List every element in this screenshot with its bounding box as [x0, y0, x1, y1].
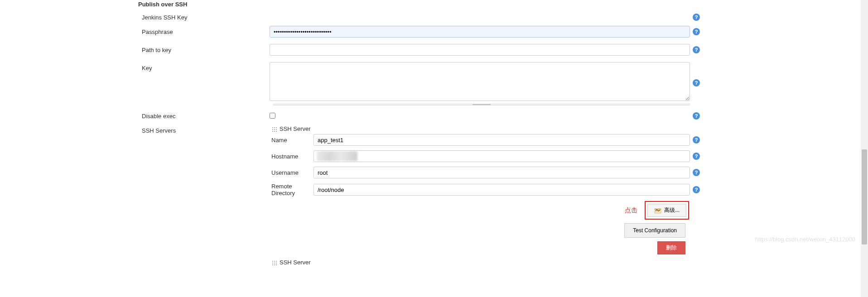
ssh-servers-label: SSH Servers — [138, 125, 270, 134]
jenkins-ssh-key-label: Jenkins SSH Key — [138, 11, 270, 21]
scrollbar-thumb[interactable] — [862, 149, 867, 244]
path-to-key-label: Path to key — [138, 44, 270, 53]
key-textarea[interactable] — [270, 62, 690, 101]
help-icon[interactable]: ? — [693, 136, 700, 144]
resize-handle-icon — [473, 104, 491, 105]
ssh-server-header: SSH Server — [280, 125, 311, 132]
passphrase-input[interactable] — [270, 26, 690, 38]
help-icon[interactable]: ? — [693, 169, 700, 176]
name-label: Name — [271, 137, 313, 144]
name-input[interactable] — [313, 134, 690, 146]
path-to-key-input[interactable] — [270, 44, 690, 56]
key-label: Key — [138, 62, 270, 72]
remote-directory-label: Remote Directory — [271, 183, 313, 196]
help-icon[interactable]: ? — [693, 46, 700, 53]
scrollbar-track[interactable] — [861, 0, 868, 297]
advanced-button-label: 高级... — [664, 206, 680, 214]
help-icon[interactable]: ? — [693, 112, 700, 120]
disable-exec-checkbox[interactable] — [270, 113, 275, 119]
help-icon[interactable]: ? — [693, 28, 700, 35]
advanced-icon — [654, 207, 661, 214]
annotation-highlight-box: 高级... — [645, 201, 689, 220]
advanced-button[interactable]: 高级... — [647, 204, 686, 217]
hostname-label: Hostname — [271, 153, 313, 160]
hostname-redacted — [317, 151, 357, 161]
drag-handle-icon[interactable] — [271, 260, 277, 265]
svg-rect-1 — [655, 209, 661, 210]
help-icon[interactable]: ? — [693, 14, 700, 21]
drag-handle-icon[interactable] — [271, 126, 277, 132]
help-icon[interactable]: ? — [693, 186, 700, 193]
test-configuration-button[interactable]: Test Configuration — [624, 223, 685, 238]
passphrase-label: Passphrase — [138, 26, 270, 35]
resize-bar[interactable] — [273, 104, 690, 105]
annotation-click: 点击 — [625, 206, 637, 215]
username-label: Username — [271, 169, 313, 176]
section-title: Publish over SSH — [138, 1, 700, 8]
help-icon[interactable]: ? — [693, 153, 700, 160]
help-icon[interactable]: ? — [693, 79, 700, 86]
watermark: https://blog.csdn.net/weixin_43112000 — [755, 236, 855, 243]
delete-button[interactable]: 删除 — [657, 241, 685, 254]
ssh-server-header-2: SSH Server — [280, 259, 311, 266]
username-input[interactable] — [313, 167, 690, 178]
disable-exec-label: Disable exec — [138, 110, 270, 120]
remote-directory-input[interactable] — [313, 184, 690, 196]
